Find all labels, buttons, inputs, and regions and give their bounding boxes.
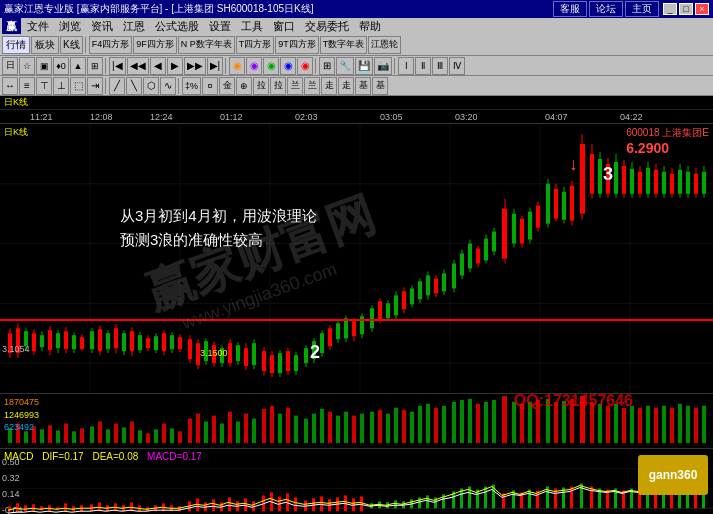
tb2-btn1[interactable]: 日 <box>2 57 18 75</box>
svg-rect-214 <box>278 414 282 443</box>
tb2-extra2[interactable]: Ⅱ <box>415 57 431 75</box>
tb2-btn2[interactable]: ☆ <box>19 57 35 75</box>
btn-tnum[interactable]: T数字年表 <box>320 36 368 54</box>
tb2-extra1[interactable]: Ⅰ <box>398 57 414 75</box>
svg-rect-225 <box>370 412 374 443</box>
menu-trade[interactable]: 交易委托 <box>301 18 353 34</box>
tb3-indicator4[interactable]: ⊕ <box>236 77 252 95</box>
tb3-btn4[interactable]: ⊥ <box>53 77 69 95</box>
btn-t4[interactable]: T四方形 <box>236 36 275 54</box>
menu-tools[interactable]: 工具 <box>237 18 267 34</box>
tb3-indicator12[interactable]: 基 <box>372 77 388 95</box>
btn-9t[interactable]: 9T四方形 <box>275 36 319 54</box>
tb2-circle1[interactable]: ◉ <box>229 57 245 75</box>
annotation-box: 从3月初到4月初，用波浪理论预测3浪的准确性较高 <box>120 204 317 252</box>
tb2-camera[interactable]: 📷 <box>374 57 392 75</box>
sep-tb2d <box>394 58 396 74</box>
tb2-circle4[interactable]: ◉ <box>280 57 296 75</box>
btn-market[interactable]: 行情 <box>2 36 30 54</box>
macd-dea-value: 0.08 <box>119 451 138 462</box>
tb2-circle5[interactable]: ◉ <box>297 57 313 75</box>
tb2-nextp[interactable]: ▶▶ <box>184 57 206 75</box>
svg-rect-226 <box>378 410 382 443</box>
tb2-btn4[interactable]: ♦0 <box>53 57 69 75</box>
tb2-last[interactable]: ▶| <box>207 57 224 75</box>
svg-rect-264 <box>694 408 698 443</box>
tb2-save[interactable]: 💾 <box>355 57 373 75</box>
tb2-btn5[interactable]: ▲ <box>70 57 86 75</box>
tb3-indicator1[interactable]: ‡% <box>182 77 201 95</box>
macd-labels: MACD DIF=0.17 DEA=0.08 MACD=0.17 <box>4 451 202 462</box>
btn-f4[interactable]: F4四方形 <box>89 36 133 54</box>
tb3-indicator8[interactable]: 兰 <box>304 77 320 95</box>
tb2-zoomout[interactable]: ⊞ <box>319 57 335 75</box>
tb2-circle3[interactable]: ◉ <box>263 57 279 75</box>
tb3-draw4[interactable]: ∿ <box>160 77 176 95</box>
tb3-draw3[interactable]: ⬡ <box>143 77 159 95</box>
menu-jiangen[interactable]: 江恩 <box>119 18 149 34</box>
svg-rect-188 <box>64 423 68 443</box>
maximize-button[interactable]: □ <box>679 3 693 15</box>
tb2-extra3[interactable]: Ⅲ <box>432 57 448 75</box>
tb3-indicator6[interactable]: 拉 <box>270 77 286 95</box>
macd-dif-label: DIF= <box>42 451 64 462</box>
stat-line2: 1246993 <box>4 409 39 422</box>
tb3-indicator5[interactable]: 拉 <box>253 77 269 95</box>
tb3-draw2[interactable]: ╲ <box>126 77 142 95</box>
svg-rect-296 <box>228 497 231 511</box>
btn-kline[interactable]: K线 <box>60 36 83 54</box>
tb2-prev1[interactable]: ◀ <box>150 57 166 75</box>
btn-np[interactable]: N P数字年表 <box>178 36 235 54</box>
nav-btn-forum[interactable]: 论坛 <box>589 1 623 17</box>
tb3-indicator7[interactable]: 兰 <box>287 77 303 95</box>
svg-rect-316 <box>394 500 397 508</box>
btn-9f[interactable]: 9F四方形 <box>133 36 177 54</box>
menu-formula[interactable]: 公式选股 <box>151 18 203 34</box>
svg-rect-263 <box>686 406 690 443</box>
tb2-next1[interactable]: ▶ <box>167 57 183 75</box>
menu-settings[interactable]: 设置 <box>205 18 235 34</box>
stat-line1: 1870475 <box>4 396 39 409</box>
tb2-btn3[interactable]: ▣ <box>36 57 52 75</box>
tb2-prevp[interactable]: ◀◀ <box>127 57 149 75</box>
tb2-extra4[interactable]: Ⅳ <box>449 57 465 75</box>
tb2-circle2[interactable]: ◉ <box>246 57 262 75</box>
svg-rect-253 <box>606 406 610 443</box>
btn-gannwheel[interactable]: 江恩轮 <box>368 36 401 54</box>
tb3-btn3[interactable]: ⊤ <box>36 77 52 95</box>
menu-browse[interactable]: 浏览 <box>55 18 85 34</box>
nav-btn-customer[interactable]: 客服 <box>553 1 587 17</box>
tb3-indicator2[interactable]: ¤ <box>202 77 218 95</box>
tb3-btn5[interactable]: ⬚ <box>70 77 86 95</box>
svg-rect-217 <box>304 419 308 444</box>
svg-rect-206 <box>212 416 216 443</box>
tb3-draw1[interactable]: ╱ <box>109 77 125 95</box>
close-button[interactable]: × <box>695 3 709 15</box>
menu-window[interactable]: 窗口 <box>269 18 299 34</box>
menu-help[interactable]: 帮助 <box>355 18 385 34</box>
svg-rect-215 <box>286 408 290 443</box>
tb3-indicator3[interactable]: 金 <box>219 77 235 95</box>
tb3-btn1[interactable]: ↔ <box>2 77 18 95</box>
svg-rect-259 <box>654 408 658 443</box>
svg-rect-255 <box>622 408 626 443</box>
tb3-btn6[interactable]: ⇥ <box>87 77 103 95</box>
tb3-indicator10[interactable]: 走 <box>338 77 354 95</box>
tb2-tools[interactable]: 🔧 <box>336 57 354 75</box>
svg-rect-208 <box>228 412 232 443</box>
wave-label-2: 2 <box>310 342 320 363</box>
tb2-btn6[interactable]: ⊞ <box>87 57 103 75</box>
minimize-button[interactable]: _ <box>663 3 677 15</box>
svg-rect-197 <box>138 430 142 443</box>
tb3-btn2[interactable]: ≡ <box>19 77 35 95</box>
stat-line3: 623492 <box>4 421 39 434</box>
tb3-indicator11[interactable]: 基 <box>355 77 371 95</box>
tb2-prev[interactable]: |◀ <box>109 57 126 75</box>
btn-sector[interactable]: 板块 <box>31 36 59 54</box>
tb3-indicator9[interactable]: 走 <box>321 77 337 95</box>
menu-info[interactable]: 资讯 <box>87 18 117 34</box>
svg-rect-210 <box>244 414 248 443</box>
menu-file[interactable]: 文件 <box>23 18 53 34</box>
menu-win[interactable]: 赢 <box>2 18 21 34</box>
nav-btn-home[interactable]: 主页 <box>625 1 659 17</box>
